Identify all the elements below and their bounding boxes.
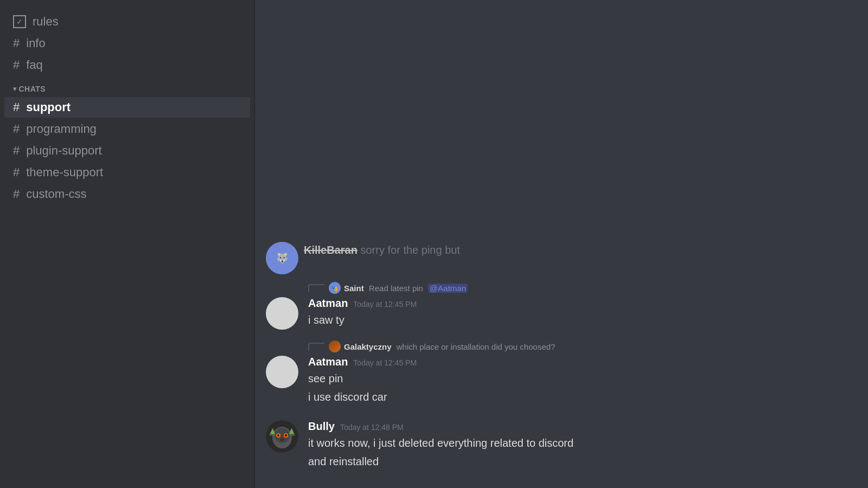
reply-author-galak: Galaktyczny [344,342,392,351]
message-text-3a: it works now, i just deleted everything … [308,435,857,451]
hash-icon: # [13,165,20,179]
hash-icon: # [13,122,20,136]
svg-point-9 [277,434,279,436]
message-group-bully: Bully Today at 12:48 PM it works now, i … [266,418,857,472]
reply-avatar-saint: 🎭 [329,282,341,294]
bully-avatar-svg [266,420,298,453]
sidebar-item-plugin-support[interactable]: # plugin-support [4,140,250,161]
hash-icon: # [13,36,20,50]
hash-icon: # [13,100,20,114]
message-content-2: Aatman Today at 12:45 PM see pin i use d… [308,356,857,405]
svg-point-11 [280,438,284,441]
partial-author: KilleBaran [304,244,358,256]
message-block-1: 🎭 Saint Read latest pin @Aatman Aatman T… [266,282,857,332]
message-group-aatman-2: Aatman Today at 12:45 PM see pin i use d… [266,354,857,407]
sidebar-item-programming[interactable]: # programming [4,119,250,139]
avatar-aatman [266,297,298,330]
svg-point-10 [285,434,287,436]
sidebar-item-theme-support[interactable]: # theme-support [4,162,250,183]
author-name: Aatman [308,297,348,310]
avatar-bully [266,420,298,453]
hash-icon: # [13,58,20,72]
section-header-chats: ▾ CHATS [0,76,254,97]
messages-container: 🐺 KilleBaran sorry for the ping but 🎭 Sa… [255,0,868,488]
message-header-1: Aatman Today at 12:45 PM [308,297,857,310]
message-text: KilleBaran sorry for the ping but [304,242,857,258]
message-content-3: Bully Today at 12:48 PM it works now, i … [308,420,857,470]
avatar: 🐺 [266,242,298,274]
message-text-2b: i use discord car [308,389,857,405]
message-block-2: Galaktyczny which place or installation … [266,341,857,407]
sidebar-item-label: faq [26,58,43,72]
reply-line [308,284,324,292]
reply-body-2: which place or installation did you choo… [397,342,556,351]
sidebar-item-info[interactable]: # info [4,33,250,54]
sidebar-item-label: programming [26,122,97,136]
partial-text: sorry for the ping but [361,244,460,256]
sidebar-item-label: support [26,100,71,114]
message-block-3: Bully Today at 12:48 PM it works now, i … [266,418,857,472]
reply-text-2: Galaktyczny which place or installation … [344,342,555,351]
message-header-2: Aatman Today at 12:45 PM [308,356,857,368]
avatar-aatman-2 [266,356,298,388]
sidebar-item-faq[interactable]: # faq [4,55,250,75]
hash-icon: # [13,187,20,201]
reply-line-2 [308,343,324,350]
chat-area: 🐺 KilleBaran sorry for the ping but 🎭 Sa… [255,0,868,488]
sidebar-item-support[interactable]: # support [4,97,250,118]
reply-text-1: Saint Read latest pin @Aatman [344,284,468,293]
message-text-1: i saw ty [308,312,857,328]
reply-indicator-1: 🎭 Saint Read latest pin @Aatman [308,282,857,294]
timestamp-2: Today at 12:45 PM [353,358,417,367]
reply-body: Read latest pin [369,284,423,293]
message-text-2a: see pin [308,370,857,387]
message-group-killebaran: 🐺 KilleBaran sorry for the ping but [266,237,857,277]
reply-indicator-2: Galaktyczny which place or installation … [308,341,857,352]
message-group-aatman-1: Aatman Today at 12:45 PM i saw ty [266,295,857,332]
sidebar-item-label: custom-css [26,187,86,201]
sidebar-item-label: rules [33,15,59,29]
bottom-spacer [266,472,857,488]
message-header-3: Bully Today at 12:48 PM [308,420,857,433]
author-name-3: Bully [308,420,335,433]
sidebar-item-label: info [26,36,45,50]
section-label: CHATS [19,85,46,93]
timestamp: Today at 12:45 PM [353,300,417,309]
sidebar-item-custom-css[interactable]: # custom-css [4,184,250,204]
sidebar: rules # info # faq ▾ CHATS # support # p… [0,0,255,488]
rules-icon [13,15,26,28]
message-content: KilleBaran sorry for the ping but [304,242,857,258]
reply-avatar-galak [329,341,341,352]
sidebar-item-label: theme-support [26,165,103,179]
message-content-1: Aatman Today at 12:45 PM i saw ty [308,297,857,328]
sidebar-item-label: plugin-support [26,144,101,158]
message-text-3b: and reinstalled [308,453,857,470]
reply-author-saint: Saint [344,284,364,293]
timestamp-3: Today at 12:48 PM [340,423,404,432]
author-name-2: Aatman [308,356,348,368]
chevron-down-icon: ▾ [13,85,17,93]
sidebar-item-rules[interactable]: rules [4,11,250,32]
mention-aatman: @Aatman [428,284,468,293]
hash-icon: # [13,144,20,158]
